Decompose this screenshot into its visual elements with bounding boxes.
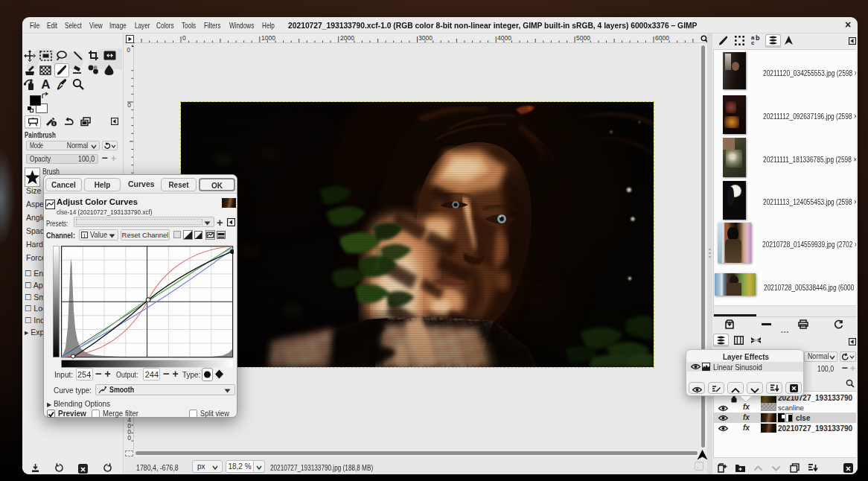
svg-text:4000: 4000 (497, 34, 511, 42)
svg-text:i: i (54, 121, 55, 126)
svg-text:0: 0 (127, 434, 131, 442)
svg-text:3000: 3000 (418, 34, 433, 42)
svg-text:0: 0 (127, 101, 131, 109)
svg-text:0: 0 (182, 34, 186, 42)
svg-text:A: A (41, 78, 50, 90)
svg-text:5000: 5000 (576, 34, 590, 42)
svg-text:1000: 1000 (261, 34, 275, 42)
svg-text:2000: 2000 (340, 34, 354, 42)
svg-text:6000: 6000 (655, 34, 669, 42)
